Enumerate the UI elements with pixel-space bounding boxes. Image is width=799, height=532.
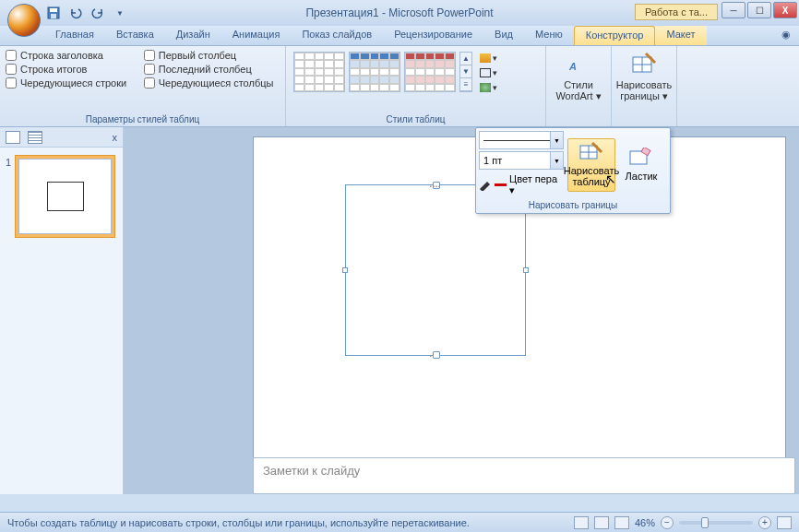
workspace: x 1 •••• •••• Заметки к слайду [0, 127, 799, 494]
draw-table-icon [631, 52, 657, 77]
tab-layout[interactable]: Макет [655, 26, 706, 45]
outline-tab-icon[interactable] [28, 131, 42, 144]
zoom-value: 46% [635, 517, 655, 528]
group-table-style-options: Строка заголовка Первый столбец Строка и… [0, 46, 286, 126]
qat-more-icon[interactable]: ▼ [111, 4, 129, 22]
tab-slideshow[interactable]: Показ слайдов [291, 26, 383, 45]
tab-constructor[interactable]: Конструктор [574, 26, 656, 45]
check-banded-rows[interactable]: Чередующиеся строки [6, 77, 133, 89]
slide-thumbnail[interactable] [15, 155, 115, 238]
redo-icon[interactable] [89, 4, 107, 22]
window-title: Презентация1 - Microsoft PowerPoint [305, 6, 493, 19]
slides-pane: x 1 [0, 127, 124, 494]
eraser-icon [629, 148, 653, 168]
notes-pane[interactable]: Заметки к слайду [253, 457, 795, 494]
close-pane-icon[interactable]: x [113, 132, 118, 143]
zoom-out-button[interactable]: − [661, 516, 674, 529]
draw-borders-panel: ▼ 1 пт▼ Цвет пера ▾ Нарисовать таблицу Л… [475, 127, 671, 214]
wordart-styles-button[interactable]: A СтилиWordArt ▾ [552, 50, 605, 103]
table-style-red[interactable] [404, 52, 456, 92]
minimize-button[interactable]: ─ [721, 2, 745, 18]
slide-editor[interactable]: •••• •••• Заметки к слайду [124, 127, 799, 494]
group-wordart: A СтилиWordArt ▾ [546, 46, 612, 126]
borders-button[interactable]: ▾ [480, 66, 517, 79]
check-banded-columns[interactable]: Чередующиеся столбцы [144, 77, 280, 89]
tab-animation[interactable]: Анимация [221, 26, 292, 45]
ribbon: Строка заголовка Первый столбец Строка и… [0, 46, 799, 127]
tab-home[interactable]: Главная [44, 26, 105, 45]
pen-weight-dropdown[interactable]: 1 пт▼ [479, 151, 564, 170]
group-table-styles: ▲▼≡ ▾ ▾ ▾ Стили таблиц [286, 46, 546, 126]
pen-style-dropdown[interactable]: ▼ [479, 131, 564, 149]
help-icon[interactable]: ◉ [779, 26, 793, 45]
status-bar: Чтобы создать таблицу и нарисовать строк… [0, 512, 799, 532]
cursor-icon: ↖ [605, 171, 616, 186]
svg-rect-1 [50, 8, 57, 12]
slideshow-view-button[interactable] [614, 516, 629, 529]
group-draw-borders: Нарисоватьграницы ▾ [612, 46, 677, 126]
zoom-in-button[interactable]: + [758, 516, 771, 529]
maximize-button[interactable]: ☐ [747, 2, 771, 18]
slides-tab-icon[interactable] [6, 131, 20, 144]
check-first-column[interactable]: Первый столбец [144, 50, 280, 61]
tab-menu[interactable]: Меню [524, 26, 574, 45]
eraser-button[interactable]: Ластик [617, 138, 665, 192]
group-label: Стили таблиц [292, 112, 540, 124]
shading-button[interactable]: ▾ [480, 52, 517, 65]
draw-borders-button[interactable]: Нарисоватьграницы ▾ [617, 50, 671, 103]
quick-access-toolbar: ▼ [44, 4, 129, 22]
close-button[interactable]: X [773, 2, 797, 18]
ribbon-tabs: Главная Вставка Дизайн Анимация Показ сл… [0, 26, 799, 46]
slide-number: 1 [6, 157, 11, 168]
draw-table-icon [579, 142, 603, 162]
status-text: Чтобы создать таблицу и нарисовать строк… [7, 517, 470, 528]
sorter-view-button[interactable] [594, 516, 609, 529]
table-style-blue[interactable] [349, 52, 400, 92]
zoom-slider[interactable] [679, 521, 753, 525]
fit-button[interactable] [777, 516, 792, 529]
check-last-column[interactable]: Последний столбец [144, 64, 280, 75]
normal-view-button[interactable] [574, 516, 589, 529]
wordart-icon: A [566, 52, 591, 77]
svg-rect-2 [51, 14, 56, 18]
panel-footer-label: Нарисовать границы [479, 200, 667, 210]
gallery-scroll[interactable]: ▲▼≡ [459, 52, 472, 92]
table-style-plain[interactable] [293, 52, 345, 92]
save-icon[interactable] [44, 4, 63, 22]
contextual-tab-label: Работа с та... [635, 4, 718, 20]
tab-insert[interactable]: Вставка [105, 26, 165, 45]
office-button[interactable] [7, 4, 41, 37]
check-header-row[interactable]: Строка заголовка [6, 50, 133, 61]
tab-design[interactable]: Дизайн [165, 26, 221, 45]
tab-view[interactable]: Вид [483, 26, 524, 45]
title-bar: ▼ Презентация1 - Microsoft PowerPoint Ра… [0, 0, 799, 26]
check-total-row[interactable]: Строка итогов [6, 64, 133, 75]
tab-review[interactable]: Рецензирование [383, 26, 483, 45]
undo-icon[interactable] [66, 4, 85, 22]
pen-color-button[interactable]: Цвет пера ▾ [479, 171, 564, 198]
pane-tabs: x [0, 127, 123, 148]
group-label: Параметры стилей таблиц [6, 112, 280, 124]
effects-button[interactable]: ▾ [480, 81, 517, 94]
svg-text:A: A [568, 61, 577, 72]
